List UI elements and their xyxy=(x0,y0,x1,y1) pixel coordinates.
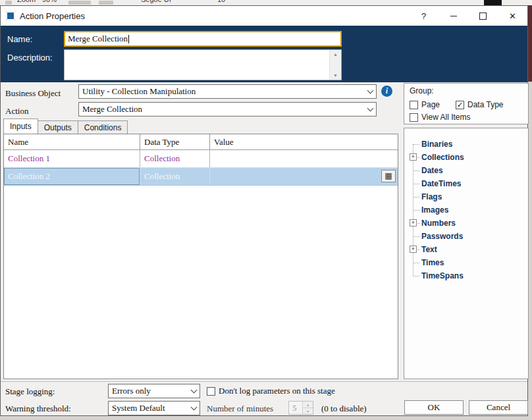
param-type-cell[interactable]: Collection xyxy=(140,150,210,167)
minutes-spinner: 5 ▲ ▼ xyxy=(288,401,313,415)
minimize-button[interactable] xyxy=(439,6,468,26)
tree-item-dates[interactable]: Dates xyxy=(404,164,528,177)
screen: Zoom 90% Segoe UI 10 Action Properties ? xyxy=(0,0,532,420)
name-input[interactable]: Merge Collection xyxy=(64,31,342,47)
tree-item-label: Text xyxy=(421,245,437,254)
param-name-cell[interactable]: Collection 1 xyxy=(4,150,140,167)
help-icon: ? xyxy=(421,11,426,21)
scroll-up-icon[interactable]: ▲ xyxy=(330,52,341,57)
checkbox-view-all-items[interactable]: View All Items xyxy=(410,113,470,122)
number-of-minutes-label: Number of minutes xyxy=(207,404,273,414)
expand-icon[interactable]: + xyxy=(410,246,417,253)
window-title: Action Properties xyxy=(20,11,85,21)
tree-item-flags[interactable]: Flags xyxy=(404,190,528,203)
tree-item-label: Numbers xyxy=(421,219,456,228)
bg-zoom-label: Zoom xyxy=(17,0,36,3)
table-row-selected[interactable]: Collection 2 Collection ▦ xyxy=(4,168,398,186)
expand-icon[interactable]: + xyxy=(410,219,417,226)
checkbox-page[interactable]: Page xyxy=(410,100,440,109)
warning-threshold-select[interactable]: System Default xyxy=(108,401,200,415)
stage-logging-select[interactable]: Errors only xyxy=(108,384,200,398)
description-input[interactable]: ▲ ▼ xyxy=(64,49,342,80)
chevron-down-icon xyxy=(188,407,200,409)
business-object-value: Utility - Collection Manipulation xyxy=(79,86,364,97)
spinner-buttons: ▲ ▼ xyxy=(302,402,313,414)
tree-item-times[interactable]: Times xyxy=(404,256,528,269)
close-button[interactable]: ✕ xyxy=(498,6,527,26)
checkbox-box-checked[interactable]: ✓ xyxy=(456,101,464,109)
chevron-down-icon xyxy=(364,108,376,111)
tab-inputs[interactable]: Inputs xyxy=(3,118,38,134)
table-header: Name Data Type Value xyxy=(4,134,398,150)
tree-list: Binaries + Collections Dates DateTimes F… xyxy=(404,128,528,282)
tree-item-datetimes[interactable]: DateTimes xyxy=(404,177,528,190)
description-label: Description: xyxy=(7,53,53,63)
spinner-up-icon: ▲ xyxy=(303,402,313,408)
spinner-down-icon: ▼ xyxy=(303,408,313,414)
checkbox-box[interactable] xyxy=(410,113,418,122)
checkbox-dont-log[interactable]: Don't log parameters on this stage xyxy=(207,386,335,396)
bg-font-size: 10 xyxy=(217,0,225,3)
minutes-value: 5 xyxy=(289,402,302,414)
checkbox-box[interactable] xyxy=(207,387,215,396)
bg-color-swatch xyxy=(484,0,502,5)
info-icon[interactable]: i xyxy=(381,86,392,97)
action-value: Merge Collection xyxy=(79,104,364,115)
tree-item-text[interactable]: + Text xyxy=(404,243,528,256)
stage-logging-value: Errors only xyxy=(109,386,188,396)
checkbox-label: Don't log parameters on this stage xyxy=(219,386,335,396)
close-icon: ✕ xyxy=(509,11,516,21)
name-input-value: Merge Collection xyxy=(68,34,128,44)
chevron-down-icon xyxy=(188,390,200,392)
bg-font-name: Segoe UI xyxy=(141,0,171,3)
help-button[interactable]: ? xyxy=(409,6,439,26)
column-header-name: Name xyxy=(4,134,140,149)
action-select[interactable]: Merge Collection xyxy=(78,102,377,117)
cancel-button[interactable]: Cancel xyxy=(469,400,528,415)
tree-item-passwords[interactable]: Passwords xyxy=(404,230,528,243)
bg-toolbar-icon xyxy=(5,1,12,5)
tab-conditions[interactable]: Conditions xyxy=(78,120,128,134)
footer-divider xyxy=(1,381,527,382)
expression-editor-button[interactable]: ▦ xyxy=(381,170,396,182)
title-bar: Action Properties ? ✕ xyxy=(1,6,527,26)
check-icon: ✓ xyxy=(457,101,463,109)
tree-item-label: Flags xyxy=(421,192,442,201)
param-name-cell[interactable]: Collection 2 xyxy=(4,168,140,185)
param-value-cell[interactable] xyxy=(210,150,398,167)
disable-hint-label: (0 to disable) xyxy=(321,404,367,414)
group-filter-box: Group: Page ✓ Data Type View All Items xyxy=(404,83,529,124)
tab-outputs[interactable]: Outputs xyxy=(38,120,78,134)
expand-icon[interactable]: + xyxy=(410,153,417,161)
action-label: Action xyxy=(5,106,28,117)
tree-item-timespans[interactable]: TimeSpans xyxy=(404,269,528,282)
description-scrollbar[interactable]: ▲ ▼ xyxy=(329,50,341,80)
maximize-button[interactable] xyxy=(468,6,498,26)
tree-item-numbers[interactable]: + Numbers xyxy=(404,217,528,230)
checkbox-data-type[interactable]: ✓ Data Type xyxy=(456,100,503,109)
checkbox-label: Page xyxy=(421,100,440,109)
scroll-down-icon[interactable]: ▼ xyxy=(330,73,341,78)
text-caret xyxy=(128,35,129,43)
tree-item-images[interactable]: Images xyxy=(404,203,528,217)
param-value-cell[interactable]: ▦ xyxy=(210,168,398,185)
action-properties-dialog: Action Properties ? ✕ Name: Merge C xyxy=(0,5,528,416)
checkbox-label: View All Items xyxy=(421,113,470,122)
bg-zoom-value: 90% xyxy=(42,0,57,3)
tree-item-collections[interactable]: + Collections xyxy=(404,151,528,164)
tree-item-binaries[interactable]: Binaries xyxy=(404,138,528,151)
table-row[interactable]: Collection 1 Collection xyxy=(4,150,398,168)
tree-item-label: TimeSpans xyxy=(421,271,464,280)
tree-item-label: DateTimes xyxy=(421,179,461,188)
param-type-cell[interactable]: Collection xyxy=(140,168,210,185)
window-controls: ? ✕ xyxy=(409,6,527,26)
business-object-select[interactable]: Utility - Collection Manipulation xyxy=(78,84,377,99)
inputs-table: Name Data Type Value Collection 1 Collec… xyxy=(3,134,398,379)
warning-threshold-label: Warning threshold: xyxy=(5,404,71,414)
background-toolbar: Zoom 90% Segoe UI 10 xyxy=(0,0,532,5)
checkbox-box[interactable] xyxy=(410,101,418,109)
group-label: Group: xyxy=(410,86,434,95)
business-object-label: Business Object xyxy=(5,88,61,99)
ok-button[interactable]: OK xyxy=(404,400,464,415)
tree-item-label: Times xyxy=(421,258,444,267)
